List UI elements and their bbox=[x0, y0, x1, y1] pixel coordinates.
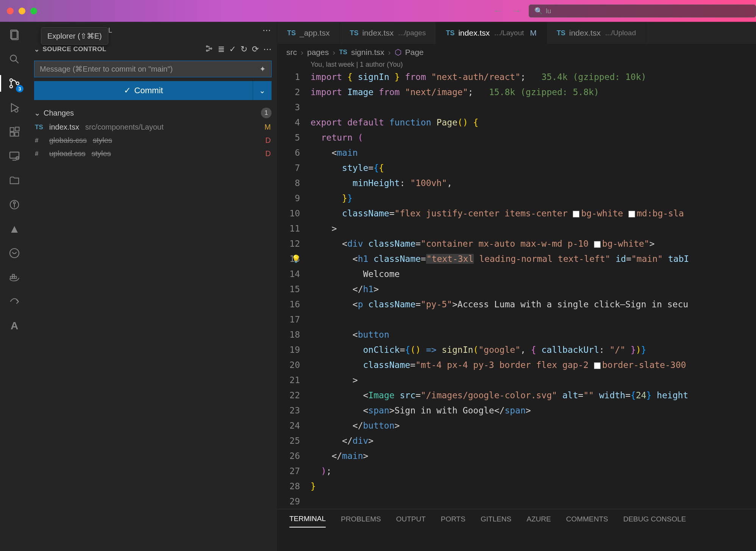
tab-filename: index.tsx bbox=[458, 28, 490, 38]
breadcrumb[interactable]: src › pages › TS signin.tsx › ⬡ Page bbox=[277, 44, 756, 61]
share-icon[interactable] bbox=[7, 294, 22, 309]
zoom-window-icon[interactable] bbox=[30, 8, 37, 14]
ts-file-icon: TS bbox=[557, 29, 565, 37]
chevron-down-icon: ⌄ bbox=[259, 86, 266, 95]
svg-line-3 bbox=[16, 60, 18, 63]
azure-a-icon[interactable]: ▲ bbox=[7, 221, 22, 236]
editor-area: TS_app.tsxTSindex.tsx.../pagesTSindex.ts… bbox=[277, 22, 756, 551]
editor-tab[interactable]: TSindex.tsx.../LayoutM bbox=[436, 22, 547, 44]
svg-point-2 bbox=[10, 55, 16, 61]
panel-tab[interactable]: DEBUG CONSOLE bbox=[623, 511, 686, 527]
svg-point-26 bbox=[211, 48, 212, 49]
tab-subpath: .../Layout bbox=[494, 29, 524, 37]
commit-message-placeholder: Message (⌘Enter to commit on "main") bbox=[40, 64, 173, 74]
panel-tab[interactable]: TERMINAL bbox=[289, 511, 326, 528]
refresh-icon[interactable]: ↻ bbox=[241, 44, 247, 54]
activity-bar: 3 ▲ A bbox=[0, 22, 29, 551]
gitlens-icon[interactable] bbox=[7, 197, 22, 212]
nav-arrows: ← → bbox=[493, 5, 521, 17]
scm-section-title: SOURCE CONTROL bbox=[43, 45, 107, 53]
file-type-icon: # bbox=[35, 137, 45, 144]
explorer-icon[interactable] bbox=[7, 27, 22, 42]
docker-icon[interactable] bbox=[7, 270, 22, 285]
source-control-icon[interactable]: 3 bbox=[7, 76, 22, 91]
sparkle-icon[interactable]: ✦ bbox=[259, 64, 266, 74]
panel-tabs: TERMINALPROBLEMSOUTPUTPORTSGITLENSAZUREC… bbox=[277, 509, 756, 529]
tab-filename: _app.tsx bbox=[300, 28, 330, 38]
panel-tab[interactable]: COMMENTS bbox=[566, 511, 608, 527]
playwright-icon[interactable] bbox=[7, 246, 22, 261]
chevron-right-icon: › bbox=[333, 48, 335, 57]
code-editor[interactable]: 12345678910111213💡1415161718192021222324… bbox=[277, 69, 756, 509]
search-activity-icon[interactable] bbox=[7, 52, 22, 67]
check-icon[interactable]: ✓ bbox=[229, 44, 236, 54]
tab-filename: index.tsx bbox=[569, 28, 601, 38]
panel-tab[interactable]: PROBLEMS bbox=[341, 511, 381, 527]
extensions-icon[interactable] bbox=[7, 124, 22, 139]
more-icon[interactable]: ⋯ bbox=[262, 25, 271, 35]
svg-rect-13 bbox=[10, 152, 19, 158]
breadcrumb-part[interactable]: signin.tsx bbox=[351, 48, 384, 57]
changes-section-header[interactable]: ⌄ Changes 1 bbox=[34, 105, 272, 121]
run-debug-icon[interactable] bbox=[7, 100, 22, 115]
svg-rect-12 bbox=[16, 127, 19, 131]
folder-icon[interactable] bbox=[7, 173, 22, 188]
editor-tabs: TS_app.tsxTSindex.tsx.../pagesTSindex.ts… bbox=[277, 22, 756, 44]
more-actions-icon[interactable]: ⋯ bbox=[263, 44, 272, 54]
change-status: D bbox=[266, 136, 271, 145]
scm-header-actions: ≣ ✓ ↻ ⟳ ⋯ bbox=[205, 44, 272, 54]
tree-view-icon[interactable] bbox=[205, 44, 213, 54]
breadcrumb-part[interactable]: Page bbox=[405, 48, 424, 57]
svg-point-4 bbox=[10, 79, 12, 81]
minimize-window-icon[interactable] bbox=[19, 8, 25, 14]
codelens-text[interactable]: You, last week | 1 author (You) bbox=[277, 61, 756, 69]
editor-tab[interactable]: TSindex.tsx.../pages bbox=[340, 22, 436, 44]
titlebar: ← → 🔍 lu bbox=[0, 0, 756, 22]
close-window-icon[interactable] bbox=[7, 8, 14, 14]
ts-file-icon: TS bbox=[350, 29, 358, 37]
breadcrumb-part[interactable]: pages bbox=[307, 48, 329, 57]
tab-modified-indicator: M bbox=[530, 28, 537, 38]
svg-point-8 bbox=[15, 109, 18, 112]
change-file-name: globals.css bbox=[49, 136, 87, 145]
command-center[interactable]: 🔍 lu bbox=[529, 5, 756, 17]
explorer-tooltip: Explorer (⇧⌘E) bbox=[41, 27, 108, 45]
chevron-right-icon: › bbox=[388, 48, 391, 57]
panel-tab[interactable]: GITLENS bbox=[481, 511, 511, 527]
history-icon[interactable]: ⟳ bbox=[252, 44, 259, 54]
code-content[interactable]: import { signIn } from "next-auth/react"… bbox=[311, 69, 756, 509]
change-item[interactable]: #upload.cssstylesD bbox=[34, 147, 272, 160]
window-controls[interactable] bbox=[7, 8, 37, 14]
symbol-icon: ⬡ bbox=[395, 48, 401, 57]
lightbulb-icon[interactable]: 💡 bbox=[291, 251, 301, 266]
tab-filename: index.tsx bbox=[362, 28, 394, 38]
editor-tab[interactable]: TSindex.tsx.../Upload bbox=[547, 22, 646, 44]
change-item[interactable]: TSindex.tsxsrc/components/LayoutM bbox=[34, 121, 272, 134]
changes-label: Changes bbox=[44, 109, 74, 117]
ts-file-icon: TS bbox=[287, 29, 296, 37]
nav-forward-icon[interactable]: → bbox=[511, 5, 521, 17]
list-view-icon[interactable]: ≣ bbox=[218, 44, 225, 54]
editor-tab[interactable]: TS_app.tsx bbox=[277, 22, 340, 44]
search-icon: 🔍 bbox=[534, 7, 543, 15]
svg-point-17 bbox=[14, 202, 16, 204]
panel-tab[interactable]: AZURE bbox=[526, 511, 551, 527]
svg-point-19 bbox=[10, 249, 19, 258]
svg-point-24 bbox=[206, 46, 208, 47]
svg-rect-10 bbox=[10, 132, 14, 136]
azure-bold-icon[interactable]: A bbox=[7, 318, 22, 333]
commit-button[interactable]: ✓ Commit bbox=[34, 81, 253, 100]
check-icon: ✓ bbox=[124, 86, 131, 95]
breadcrumb-part[interactable]: src bbox=[286, 48, 297, 57]
commit-dropdown-button[interactable]: ⌄ bbox=[253, 81, 272, 100]
change-file-path: styles bbox=[93, 136, 112, 145]
ts-file-icon: TS bbox=[339, 49, 347, 56]
nav-back-icon[interactable]: ← bbox=[493, 5, 503, 17]
panel-tab[interactable]: PORTS bbox=[441, 511, 465, 527]
panel-tab[interactable]: OUTPUT bbox=[396, 511, 426, 527]
svg-rect-23 bbox=[12, 274, 14, 276]
commit-message-input[interactable]: Message (⌘Enter to commit on "main") ✦ bbox=[34, 61, 272, 77]
change-item[interactable]: #globals.cssstylesD bbox=[34, 134, 272, 147]
line-gutter: 12345678910111213💡1415161718192021222324… bbox=[277, 69, 311, 509]
remote-explorer-icon[interactable] bbox=[7, 149, 22, 164]
